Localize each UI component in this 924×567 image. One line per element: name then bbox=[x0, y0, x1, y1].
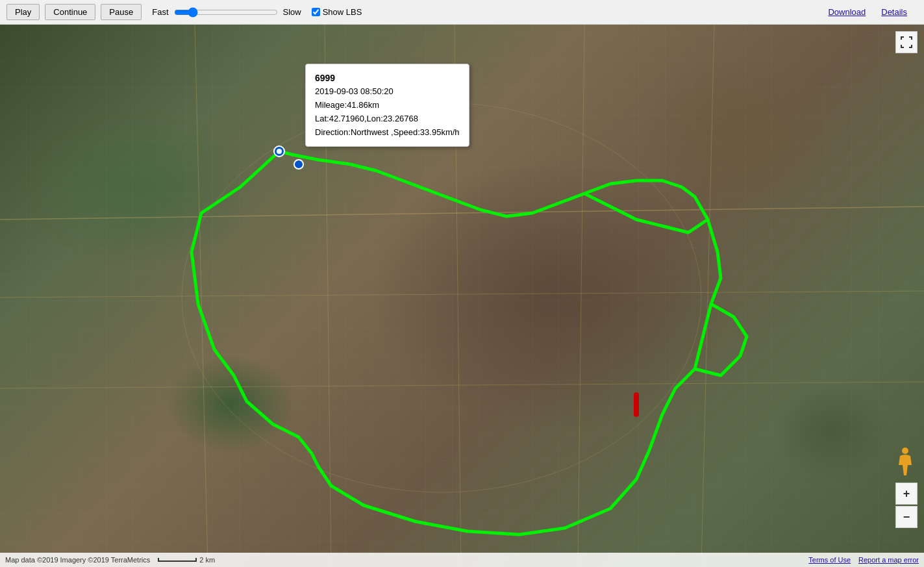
download-link[interactable]: Download bbox=[828, 7, 866, 17]
show-lbs-label: Show LBS bbox=[323, 7, 362, 17]
map-data-attribution: Map data ©2019 Imagery ©2019 TerraMetric… bbox=[5, 556, 150, 564]
popup-datetime: 2019-09-03 08:50:20 bbox=[315, 85, 460, 99]
svg-point-12 bbox=[294, 160, 303, 169]
scale-label: 2 km bbox=[199, 556, 215, 564]
pause-button[interactable]: Pause bbox=[101, 4, 142, 20]
info-popup: 6999 2019-09-03 08:50:20 Mileage:41.86km… bbox=[305, 64, 469, 147]
popup-vehicle-id: 6999 bbox=[315, 71, 460, 85]
svg-point-0 bbox=[182, 103, 701, 492]
fast-label: Fast bbox=[152, 7, 168, 17]
zoom-out-button[interactable]: − bbox=[895, 506, 918, 528]
svg-line-8 bbox=[701, 25, 714, 567]
svg-line-2 bbox=[0, 291, 924, 297]
popup-latlon: Lat:42.71960,Lon:23.26768 bbox=[315, 112, 460, 126]
svg-point-11 bbox=[277, 149, 282, 154]
zoom-in-button[interactable]: + bbox=[895, 483, 918, 505]
speed-slider[interactable] bbox=[174, 7, 278, 18]
svg-line-3 bbox=[0, 382, 924, 388]
toolbar: Play Continue Pause Fast Slow Show LBS D… bbox=[0, 0, 924, 25]
svg-line-1 bbox=[0, 207, 924, 220]
report-map-error-link[interactable]: Report a map error bbox=[858, 556, 919, 564]
streetview-person-icon[interactable] bbox=[895, 447, 916, 483]
svg-point-13 bbox=[902, 447, 908, 454]
terms-of-use-link[interactable]: Terms of Use bbox=[808, 556, 851, 564]
map-controls: + − bbox=[895, 483, 918, 528]
map-container[interactable]: 6999 2019-09-03 08:50:20 Mileage:41.86km… bbox=[0, 25, 924, 567]
play-button[interactable]: Play bbox=[6, 4, 40, 20]
slow-label: Slow bbox=[283, 7, 301, 17]
popup-direction-speed: Direction:Northwest ,Speed:33.95km/h bbox=[315, 126, 460, 140]
scale-bar: 2 km bbox=[158, 556, 215, 564]
details-link[interactable]: Details bbox=[881, 7, 907, 17]
popup-mileage: Mileage:41.86km bbox=[315, 99, 460, 112]
scale-line bbox=[158, 558, 197, 562]
show-lbs-checkbox[interactable] bbox=[312, 8, 320, 16]
fullscreen-button[interactable] bbox=[895, 31, 918, 53]
attribution-bar: Map data ©2019 Imagery ©2019 TerraMetric… bbox=[0, 553, 924, 567]
continue-button[interactable]: Continue bbox=[45, 4, 95, 20]
svg-line-7 bbox=[578, 25, 584, 567]
